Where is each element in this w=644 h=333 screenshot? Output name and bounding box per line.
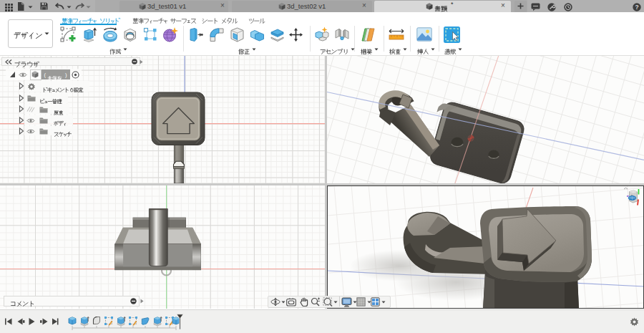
svg-text:?: ? [635, 4, 638, 11]
